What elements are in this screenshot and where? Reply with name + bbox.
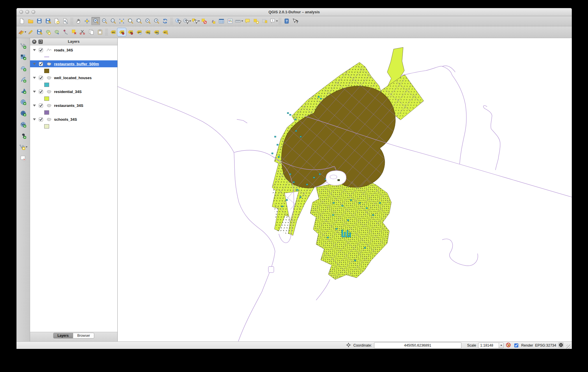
zoom-to-layer-icon[interactable] — [135, 17, 143, 25]
layer-visibility-checkbox[interactable] — [39, 76, 43, 80]
dropdown-arrow-icon[interactable] — [25, 31, 26, 33]
panel-float-icon[interactable]: ❐ — [38, 40, 43, 44]
panel-close-icon[interactable]: ✕ — [32, 40, 36, 44]
scale-dropdown-arrow[interactable] — [499, 343, 503, 348]
new-print-composer-icon[interactable] — [52, 17, 61, 25]
new-bookmark-icon[interactable] — [252, 17, 260, 25]
label-pinned-icon[interactable]: ab — [117, 28, 126, 36]
add-postgis-layer-icon[interactable] — [18, 64, 28, 72]
layer-symbol-swatch[interactable] — [44, 124, 49, 129]
add-wfs-layer-icon[interactable] — [18, 120, 28, 129]
add-wms-layer-icon[interactable] — [18, 98, 28, 106]
remove-layer-icon[interactable] — [18, 154, 28, 163]
pan-map-icon[interactable] — [74, 17, 83, 25]
layer-row-residential_34S[interactable]: residential_34S — [30, 88, 117, 95]
expander-triangle-icon[interactable] — [33, 105, 36, 107]
dropdown-arrow-icon[interactable] — [189, 21, 191, 22]
pan-to-selection-icon[interactable] — [83, 17, 91, 25]
map-canvas[interactable] — [118, 38, 572, 341]
copy-features-icon[interactable] — [87, 28, 96, 36]
layer-row-restaurants_34S[interactable]: restaurants_34S — [30, 102, 117, 109]
measure-icon[interactable] — [234, 17, 243, 25]
label-pin-icon[interactable]: ab — [126, 28, 135, 36]
tab-browser[interactable]: Browser — [73, 333, 94, 338]
tab-layers[interactable]: Layers — [53, 333, 73, 338]
label-toggle-display-icon[interactable]: abc — [135, 28, 143, 36]
layer-row-well_located_houses[interactable]: well_located_houses — [30, 74, 117, 81]
layer-visibility-checkbox[interactable] — [39, 103, 43, 108]
add-spatialite-layer-icon[interactable] — [18, 75, 28, 84]
dropdown-arrow-icon[interactable] — [26, 146, 27, 148]
layer-symbol-swatch[interactable] — [44, 69, 49, 73]
zoom-window-button[interactable] — [32, 10, 35, 14]
render-checkbox[interactable] — [514, 343, 518, 347]
zoom-to-selection-icon[interactable] — [126, 17, 135, 25]
layer-symbol-swatch[interactable] — [44, 83, 49, 87]
add-mssql-layer-icon[interactable] — [18, 86, 28, 95]
delete-selected-icon[interactable] — [70, 28, 78, 36]
select-features-icon[interactable] — [191, 17, 200, 25]
refresh-map-icon[interactable] — [161, 17, 169, 25]
zoom-actual-size-icon[interactable]: 1:1 — [109, 17, 117, 25]
dropdown-arrow-icon[interactable] — [241, 21, 243, 22]
field-calculator-icon[interactable] — [226, 17, 234, 25]
labeling-icon[interactable]: abc — [109, 28, 117, 36]
layer-visibility-checkbox[interactable] — [39, 90, 43, 94]
move-feature-icon[interactable] — [52, 28, 61, 36]
identify-features-icon[interactable]: i — [174, 17, 182, 25]
save-project-icon[interactable] — [35, 17, 44, 25]
crs-globe-icon[interactable] — [558, 342, 564, 349]
stop-render-icon[interactable] — [506, 342, 511, 349]
close-window-button[interactable] — [19, 10, 23, 14]
zoom-out-icon[interactable] — [100, 17, 109, 25]
new-shapefile-layer-icon[interactable] — [18, 143, 28, 151]
layer-visibility-checkbox[interactable] — [39, 62, 43, 66]
node-tool-icon[interactable] — [61, 28, 70, 36]
whats-this-icon[interactable]: ? — [291, 17, 299, 25]
toggle-editing-icon[interactable] — [26, 28, 35, 36]
label-properties-icon[interactable]: abc — [161, 28, 169, 36]
current-edits-icon[interactable] — [18, 28, 26, 36]
zoom-in-icon[interactable] — [91, 17, 100, 25]
help-contents-icon[interactable]: ? — [282, 17, 291, 25]
scale-combobox[interactable]: 1:18148 — [478, 343, 504, 348]
layer-symbol-swatch[interactable] — [44, 96, 49, 101]
paste-features-icon[interactable] — [96, 28, 104, 36]
zoom-next-icon[interactable] — [152, 17, 161, 25]
dropdown-arrow-icon[interactable] — [276, 21, 278, 22]
run-feature-action-icon[interactable] — [182, 17, 191, 25]
open-project-icon[interactable] — [26, 17, 35, 25]
expander-triangle-icon[interactable] — [33, 77, 36, 79]
label-rotate-icon[interactable]: abc — [152, 28, 161, 36]
save-project-as-icon[interactable] — [44, 17, 52, 25]
layer-symbol-swatch[interactable] — [44, 57, 49, 57]
expander-triangle-icon[interactable] — [33, 118, 36, 120]
zoom-last-icon[interactable] — [143, 17, 152, 25]
mouse-position-icon[interactable] — [346, 342, 351, 349]
new-project-icon[interactable] — [18, 17, 26, 25]
zoom-full-extent-icon[interactable] — [117, 17, 126, 25]
title-bar[interactable]: QGIS 2.0.1-Dufour – analysis — [16, 8, 572, 16]
add-raster-layer-icon[interactable] — [18, 53, 28, 61]
layer-visibility-checkbox[interactable] — [39, 117, 43, 122]
layer-symbol-swatch[interactable] — [44, 110, 49, 115]
coordinate-input[interactable] — [374, 342, 461, 349]
add-wcs-layer-icon[interactable] — [18, 109, 28, 118]
dropdown-arrow-icon[interactable] — [198, 21, 200, 22]
minimize-window-button[interactable] — [25, 10, 29, 14]
layer-visibility-checkbox[interactable] — [39, 48, 43, 52]
layer-row-roads_34S[interactable]: roads_34S — [30, 46, 117, 53]
text-annotation-icon[interactable]: T — [269, 17, 278, 25]
select-by-expression-icon[interactable]: ε — [208, 17, 217, 25]
expander-triangle-icon[interactable] — [33, 91, 36, 93]
save-edits-icon[interactable] — [35, 28, 44, 36]
open-attribute-table-icon[interactable] — [217, 17, 226, 25]
add-vector-layer-icon[interactable] — [18, 41, 28, 50]
layer-row-restaurants_buffer_500m[interactable]: restaurants_buffer_500m — [30, 60, 117, 67]
add-feature-icon[interactable] — [44, 28, 52, 36]
label-move-icon[interactable]: abc — [143, 28, 152, 36]
deselect-features-icon[interactable] — [200, 17, 208, 25]
composer-manager-icon[interactable] — [61, 17, 70, 25]
expander-triangle-icon[interactable] — [33, 49, 36, 51]
layer-row-schools_34S[interactable]: schools_34S — [30, 116, 117, 123]
